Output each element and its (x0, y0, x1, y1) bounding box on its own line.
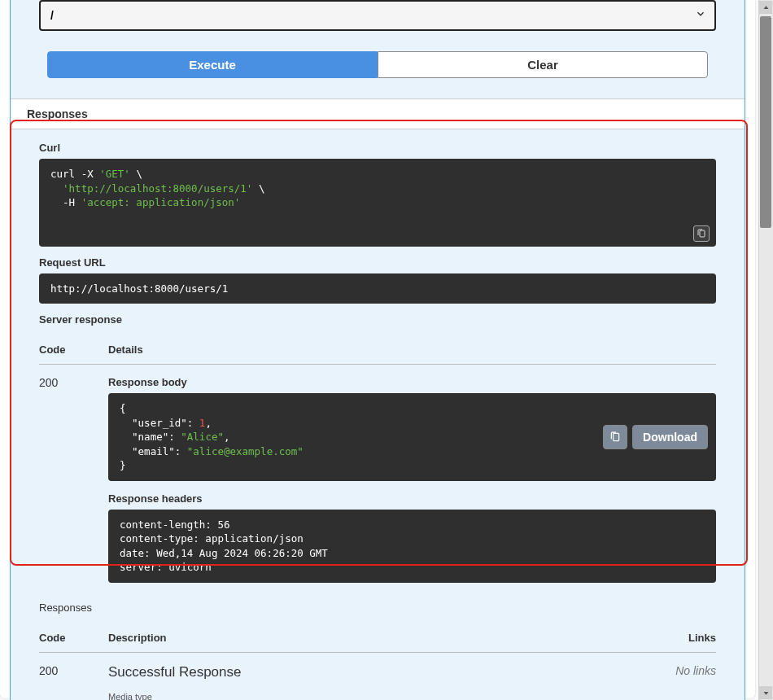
status-code: 200 (39, 664, 108, 701)
execute-button[interactable]: Execute (47, 51, 378, 78)
clipboard-icon (609, 431, 621, 443)
table-row: 200 Response body { "user_id": 1, "name"… (39, 365, 716, 583)
path-param-select[interactable]: / (39, 0, 716, 31)
response-headers-label: Response headers (108, 492, 716, 505)
description-column-header: Description (108, 632, 667, 644)
media-type-label: Media type (108, 692, 659, 701)
svg-rect-0 (700, 230, 705, 237)
documented-responses-section: Responses Code Description Links 200 Suc… (11, 595, 745, 701)
no-links-text: No links (659, 664, 716, 701)
scroll-down-button[interactable] (759, 686, 772, 699)
operation-panel: / Execute Clear Responses Curl curl -X '… (10, 0, 745, 700)
chevron-up-icon (762, 4, 770, 11)
scroll-up-button[interactable] (759, 1, 772, 14)
chevron-down-icon (762, 689, 770, 697)
responses-label: Responses (39, 602, 716, 614)
response-description: Successful Response (108, 664, 659, 680)
server-response-label: Server response (39, 313, 716, 326)
table-row: 200 Successful Response Media type appli… (39, 653, 716, 701)
responses-section-header: Responses (11, 98, 745, 129)
response-body-label: Response body (108, 376, 716, 388)
links-column-header: Links (667, 632, 716, 644)
svg-marker-3 (763, 692, 768, 695)
response-table-header: Code Details (39, 334, 716, 365)
code-column-header: Code (39, 343, 108, 356)
copy-curl-button[interactable] (693, 225, 710, 242)
scrollbar-thumb[interactable] (760, 16, 771, 228)
live-response-section: Curl curl -X 'GET' \ 'http://localhost:8… (11, 129, 745, 595)
details-column-header: Details (108, 343, 716, 356)
download-button[interactable]: Download (632, 425, 708, 449)
code-column-header: Code (39, 632, 108, 644)
scrollbar[interactable] (758, 0, 773, 700)
status-code: 200 (39, 376, 108, 583)
svg-marker-2 (763, 6, 768, 9)
clipboard-icon (697, 229, 706, 238)
request-url-block: http://localhost:8000/users/1 (39, 273, 716, 304)
copy-body-button[interactable] (603, 425, 627, 449)
svg-rect-1 (614, 433, 619, 440)
curl-code-block: curl -X 'GET' \ 'http://localhost:8000/u… (39, 159, 716, 247)
response-headers-block: content-length: 56 content-type: applica… (108, 510, 716, 583)
curl-label: Curl (39, 142, 716, 154)
clear-button[interactable]: Clear (378, 51, 708, 78)
request-url-label: Request URL (39, 256, 716, 269)
